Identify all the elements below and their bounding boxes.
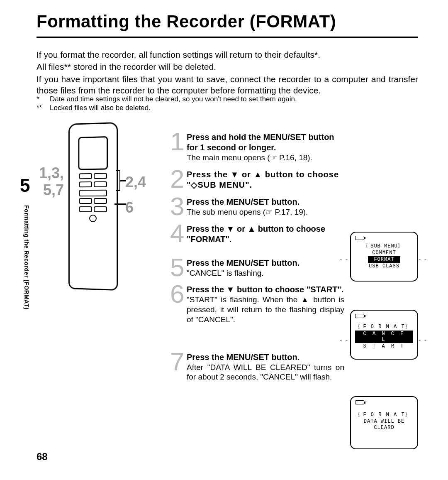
lcd-screen-data-cleared: 〖F O R M A T〗 DATA WILL BE CLEARD <box>350 396 418 449</box>
step-text-b: button. <box>269 197 299 206</box>
note-star-1: * <box>37 95 50 103</box>
callout-lead-2 <box>114 203 126 205</box>
note-text-2: Locked files will also be deleted. <box>50 103 151 112</box>
step-note: The sub menu opens (☞ P.17, 19). <box>187 207 344 217</box>
sidebar-section-label: Formatting the Recorder (FORMAT) <box>23 205 30 309</box>
page-number: 68 <box>37 451 48 463</box>
callout-bracket <box>116 170 120 191</box>
recorder-illustration <box>68 122 118 291</box>
lcd-header: 〖F O R M A T〗 <box>355 323 413 330</box>
intro-p2: All files** stored in the recorder will … <box>37 61 418 72</box>
lcd-line: S T A R T <box>355 343 413 349</box>
step-3: 3 Press the MENU/SET button. The sub men… <box>170 196 419 217</box>
step-num: 5 <box>170 257 187 278</box>
device-callout-left: 1,3, 5,7 <box>39 164 64 199</box>
step-text: Press the <box>187 258 226 267</box>
step-note: "CANCEL" is flashing. <box>187 268 340 278</box>
lcd-line: COMMENT <box>355 250 413 256</box>
button-name: MENU/SET <box>226 258 269 267</box>
callout-left-1: 1,3, <box>39 164 64 181</box>
footnotes: * Date and time settings will not be cle… <box>37 95 418 113</box>
title-rule <box>37 37 418 38</box>
step-text: Press the ▼ or ▲ button to choose "◇SUB … <box>187 170 339 189</box>
flash-mark-icon: - - <box>340 256 348 263</box>
step-num: 6 <box>170 284 187 324</box>
callout-right-2: 6 <box>125 195 146 220</box>
lcd-header: 〖SUB MENU〗 <box>355 242 413 250</box>
callout-right-1: 2,4 <box>125 169 146 195</box>
note-text-1: Date and time settings will not be clear… <box>50 95 297 103</box>
step-text-b: button. <box>269 353 299 362</box>
intro-p1: If you format the recorder, all function… <box>37 49 418 60</box>
device-callout-right: 2,4 6 <box>125 169 146 220</box>
step-num: 7 <box>170 351 187 382</box>
flash-mark-icon: - - <box>419 336 427 344</box>
step-num: 1 <box>170 131 187 163</box>
intro-block: If you format the recorder, all function… <box>37 49 418 97</box>
button-name: MENU/SET <box>226 197 269 206</box>
flash-mark-icon: - - <box>419 256 427 263</box>
step-text: Press the <box>187 353 226 362</box>
step-2: 2 Press the ▼ or ▲ button to choose "◇SU… <box>170 169 419 190</box>
step-note: The main menu opens (☞ P.16, 18). <box>187 153 344 163</box>
flash-mark-icon: - - <box>340 336 348 344</box>
chapter-number: 5 <box>20 175 30 196</box>
lcd-line: USB CLASS <box>355 263 413 269</box>
button-name: MENU/SET <box>263 132 306 142</box>
lcd-line-highlight: FORMAT <box>368 256 400 263</box>
lcd-screen-format-confirm: 〖F O R M A T〗 C A N C E L S T A R T <box>350 310 418 360</box>
step-note: "START" is flashing. When the ▲ button i… <box>187 295 344 324</box>
lcd-line: CLEARD <box>355 425 413 431</box>
note-star-2: ** <box>37 103 50 112</box>
callout-lead-1 <box>120 180 126 181</box>
step-num: 4 <box>170 223 187 245</box>
step-num: 3 <box>170 196 187 217</box>
lcd-header: 〖F O R M A T〗 <box>355 411 413 418</box>
step-text: Press the <box>187 197 226 206</box>
step-text: Press and hold the <box>187 132 263 142</box>
lcd-screen-sub-menu: 〖SUB MENU〗 COMMENT FORMAT USB CLASS <box>350 232 418 282</box>
battery-icon <box>355 236 364 240</box>
intro-p3: If you have important files that you wan… <box>37 73 418 96</box>
lcd-line-highlight: C A N C E L <box>355 331 413 343</box>
battery-icon <box>355 400 364 404</box>
battery-icon <box>355 314 364 318</box>
button-name: MENU/SET <box>226 353 269 362</box>
step-text: Press the ▼ button to choose "START". <box>187 285 343 294</box>
step-note: After "DATA WILL BE CLEARED" turns on fo… <box>187 362 344 382</box>
step-text: Press the ▼ or ▲ button to choose "FORMA… <box>187 224 325 244</box>
callout-left-2: 5,7 <box>39 181 64 198</box>
step-num: 2 <box>170 169 187 190</box>
step-1: 1 Press and hold the MENU/SET button for… <box>170 131 419 163</box>
page-title: Formatting the Recorder (FORMAT) <box>37 12 336 32</box>
step-text-b: button. <box>269 258 299 267</box>
lcd-line: DATA WILL BE <box>355 419 413 424</box>
